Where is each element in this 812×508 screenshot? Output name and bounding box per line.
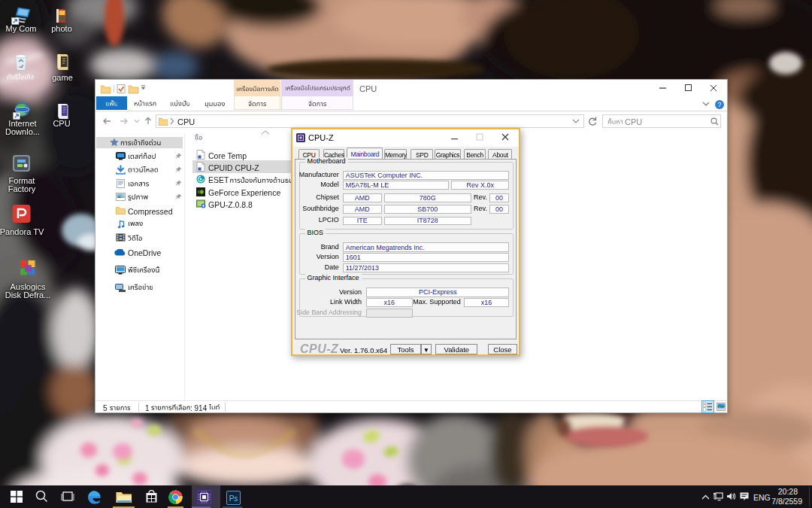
svg-text:Ps: Ps xyxy=(229,494,238,503)
svg-text:?: ? xyxy=(717,101,721,108)
